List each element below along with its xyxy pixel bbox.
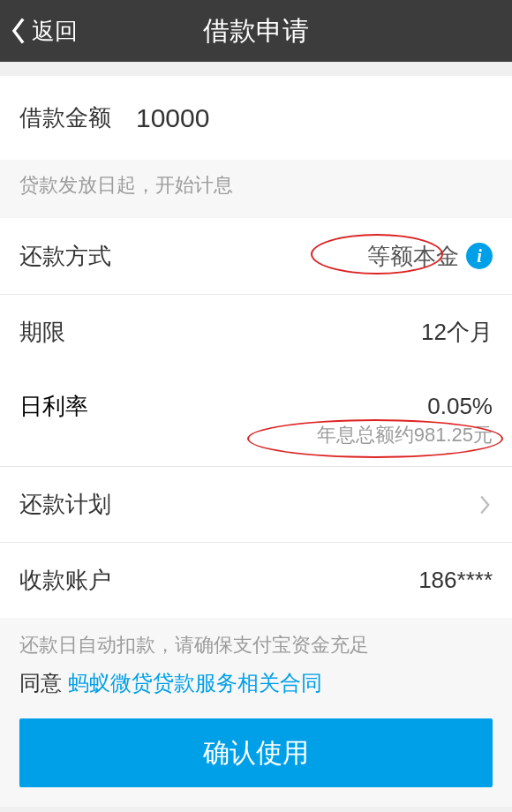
- header: 返回 借款申请: [0, 0, 512, 62]
- interest-start-hint: 贷款发放日起，开始计息: [0, 160, 512, 218]
- amount-label: 借款金额: [19, 102, 111, 133]
- repay-plan-row[interactable]: 还款计划: [0, 466, 512, 542]
- account-label: 收款账户: [19, 565, 111, 596]
- back-chevron-icon: [9, 16, 28, 46]
- repay-method-row[interactable]: 还款方式 等额本金 i: [0, 218, 512, 294]
- chevron-right-icon: [478, 492, 493, 517]
- info-icon[interactable]: i: [466, 243, 493, 269]
- term-value: 12个月: [65, 317, 493, 348]
- agree-prefix: 同意: [19, 671, 68, 695]
- spacer: [0, 62, 512, 76]
- repay-plan-label: 还款计划: [19, 489, 111, 520]
- account-value: 186****: [111, 567, 493, 594]
- amount-value: 10000: [136, 103, 209, 133]
- amount-row[interactable]: 借款金额 10000: [0, 76, 512, 160]
- back-button[interactable]: 返回: [9, 16, 78, 47]
- agreement-link[interactable]: 蚂蚁微贷贷款服务相关合同: [68, 671, 322, 695]
- repay-method-label: 还款方式: [19, 241, 111, 272]
- agree-row: 同意 蚂蚁微贷贷款服务相关合同: [19, 669, 493, 697]
- back-label: 返回: [32, 16, 78, 47]
- rate-row: 日利率 0.05% 年息总额约981.25元: [0, 370, 512, 466]
- content: 借款金额 10000 贷款发放日起，开始计息 还款方式 等额本金 i 期限 12…: [0, 76, 512, 807]
- rate-annual-total: 年息总额约981.25元: [0, 422, 512, 464]
- term-label: 期限: [19, 317, 65, 348]
- autopay-hint: 还款日自动扣款，请确保支付宝资金充足: [19, 632, 493, 658]
- rate-value: 0.05%: [88, 393, 493, 420]
- account-row[interactable]: 收款账户 186****: [0, 542, 512, 618]
- confirm-button[interactable]: 确认使用: [19, 718, 493, 787]
- term-row[interactable]: 期限 12个月: [0, 294, 512, 370]
- repay-method-value: 等额本金: [367, 241, 459, 272]
- rate-label: 日利率: [19, 391, 88, 422]
- footer-area: 还款日自动扣款，请确保支付宝资金充足 同意 蚂蚁微贷贷款服务相关合同 确认使用: [0, 618, 512, 807]
